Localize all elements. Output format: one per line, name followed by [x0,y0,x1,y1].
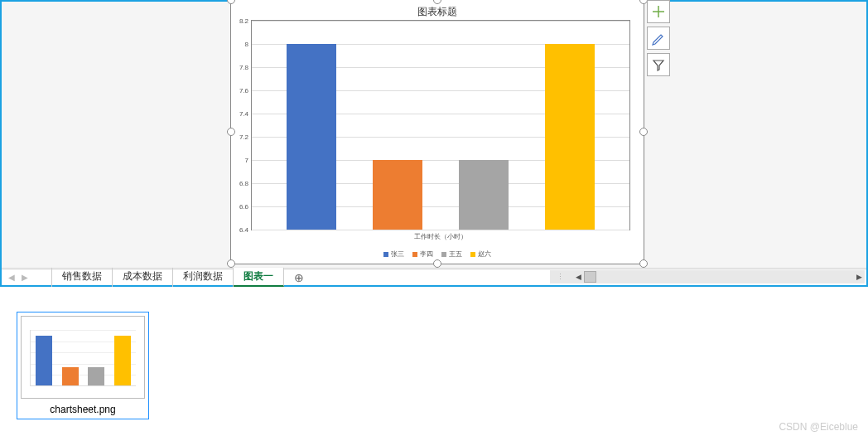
legend-item[interactable]: 张三 [383,249,404,259]
legend-swatch [441,252,446,257]
bars-area [252,21,629,230]
scroll-left-button[interactable]: ◀ [572,271,584,283]
chartsheet-canvas: 图表标题 6.46.66.877.27.47.67.888.2 工作时长（小时）… [2,2,866,267]
y-tick-label: 7.8 [239,64,248,71]
scrollbar-grip[interactable]: ⋮ [550,273,572,281]
tabs-container: 销售数据成本数据利润数据图表一 [51,268,284,287]
y-tick-label: 7.4 [239,110,248,118]
bar-王五[interactable] [459,160,509,230]
legend-swatch [412,252,417,257]
chart-elements-button[interactable] [647,0,670,23]
resize-handle[interactable] [639,128,648,136]
bar-李四[interactable] [373,160,422,230]
plot-area[interactable]: 6.46.66.877.27.47.67.888.2 工作时长（小时） [251,20,630,230]
resize-handle[interactable] [227,128,235,136]
chart-filters-button[interactable] [647,53,670,76]
tab-nav-next[interactable]: ▶ [20,273,30,282]
chart-tools [647,0,672,80]
tab-nav-prev[interactable]: ◀ [7,273,17,282]
legend-label: 王五 [449,249,462,259]
x-axis-label: 工作时长（小时） [252,232,629,241]
sheet-tab[interactable]: 利润数据 [173,268,234,287]
y-tick-label: 7.6 [239,87,248,94]
sheet-tab[interactable]: 成本数据 [113,268,173,287]
y-tick-label: 8 [245,41,248,48]
y-tick-label: 8.2 [239,17,248,25]
sheet-tabs-bar: ◀ ▶ 销售数据成本数据利润数据图表一 ⊕ ⋮ ◀ ▶ [2,269,866,285]
scroll-thumb[interactable] [584,271,596,283]
legend-swatch [383,252,388,257]
y-tick-label: 7 [245,157,248,164]
excel-window: 图表标题 6.46.66.877.27.47.67.888.2 工作时长（小时）… [0,0,868,287]
horizontal-scrollbar[interactable]: ⋮ ◀ ▶ [550,270,865,283]
filter-icon [651,57,666,72]
scroll-right-button[interactable]: ▶ [853,271,865,283]
y-axis: 6.46.66.877.27.47.67.888.2 [235,21,250,230]
legend-label: 李四 [420,249,433,259]
brush-icon [651,31,666,46]
y-tick-label: 7.2 [239,133,248,141]
legend-label: 赵六 [478,249,491,259]
legend-item[interactable]: 李四 [412,249,433,259]
chart-styles-button[interactable] [647,27,670,50]
y-tick-label: 6.6 [239,203,248,211]
legend-item[interactable]: 赵六 [470,249,491,259]
resize-handle[interactable] [433,259,441,268]
bar-赵六[interactable] [545,44,595,230]
legend-swatch [470,252,475,257]
chart-legend[interactable]: 张三李四王五赵六 [231,249,644,259]
sheet-tab[interactable]: 销售数据 [51,268,113,287]
chart-object[interactable]: 图表标题 6.46.66.877.27.47.67.888.2 工作时长（小时）… [230,0,644,264]
resize-handle[interactable] [227,259,235,268]
y-tick-label: 6.8 [239,180,248,187]
legend-label: 张三 [391,249,404,259]
tab-nav: ◀ ▶ [2,273,35,282]
add-sheet-button[interactable]: ⊕ [284,271,314,284]
y-tick-label: 6.4 [239,226,248,234]
resize-handle[interactable] [639,259,648,268]
legend-item[interactable]: 王五 [441,249,462,259]
plus-icon [651,4,666,19]
sheet-tab[interactable]: 图表一 [234,268,284,287]
gridline [252,230,629,230]
bar-张三[interactable] [287,44,336,230]
